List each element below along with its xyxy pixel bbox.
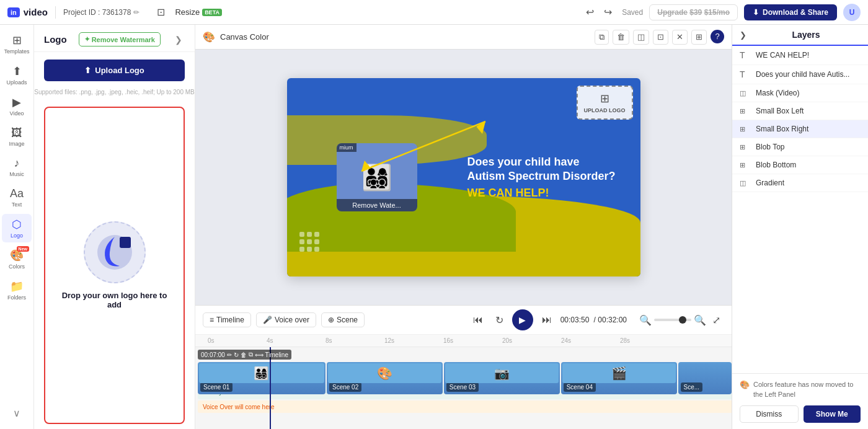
voiceover-button[interactable]: 🎤 Voice over (256, 312, 316, 327)
timeline-button[interactable]: ≡ Timeline (203, 312, 251, 327)
sidebar-expand-button[interactable]: ∨ (8, 402, 25, 424)
delete-button[interactable]: 🗑 (613, 30, 629, 45)
delete-ts-icon[interactable]: 🗑 (241, 352, 247, 358)
logo-panel: Logo ✦ Remove Watermark ❯ ⬆ Upload Logo … (34, 25, 195, 429)
layer-item-blob-bottom[interactable]: ⊞ Blob Bottom (732, 156, 868, 174)
palette-icon: 🎨 (740, 380, 750, 389)
show-me-button[interactable]: Show Me (804, 405, 861, 423)
ruler-4s: 4s (267, 337, 273, 344)
trash-button[interactable]: ✕ (672, 30, 688, 45)
drop-text: Drop your own logo here to add (58, 291, 171, 309)
panel-collapse-button[interactable]: ❯ (172, 33, 185, 46)
sidebar-label-folders: Folders (7, 294, 26, 301)
brand-logo: in video (7, 7, 48, 17)
timeline-area: ≡ Timeline 🎤 Voice over ⊕ Scene ⏮ ↻ ▶ ⏭ (195, 305, 732, 429)
skip-back-button[interactable]: ⏮ (469, 312, 487, 328)
text-layer-icon-1: T (740, 50, 751, 60)
sidebar-label-text: Text (12, 201, 22, 208)
canvas-video-box: 👨‍👩‍👧‍👦 mium Remove Wate... (337, 143, 417, 211)
new-badge: New (17, 246, 29, 252)
edit-ts-icon[interactable]: ✏ (227, 352, 232, 358)
logo-drop-zone[interactable]: Drop your own logo here to add (44, 107, 185, 424)
svg-rect-1 (120, 237, 131, 248)
canvas-text-block: Does your child haveAutism Spectrum Diso… (467, 155, 615, 200)
saved-status: Saved (622, 8, 643, 17)
copy-ts-icon[interactable]: ⧉ (249, 351, 253, 358)
sidebar-label-uploads: Uploads (6, 79, 27, 86)
scene-button[interactable]: ⊕ Scene (321, 312, 365, 327)
layer-item-blob-top[interactable]: ⊞ Blob Top (732, 138, 868, 156)
download-button[interactable]: ⬇ Download & Share (744, 4, 837, 20)
layers-footer: 🎨 Colors feature has now moved to the Le… (732, 373, 868, 429)
scene-label-03: Scene 03 (446, 383, 479, 392)
crop-button[interactable]: ⊡ (653, 30, 668, 45)
upload-logo-button[interactable]: ⬆ Upload Logo (44, 60, 185, 81)
info-button[interactable]: ? (711, 30, 724, 43)
user-avatar[interactable]: U (843, 4, 861, 21)
text-layer-icon-2: T (740, 69, 751, 79)
logo-icon: ⬡ (12, 218, 22, 231)
scene-label-02: Scene 02 (329, 383, 361, 392)
layer-name-7: Blob Bottom (756, 161, 861, 169)
scene-clip-05[interactable]: Sce... (678, 362, 732, 394)
grid-button[interactable]: ⊞ (691, 30, 707, 45)
canvas-color-label: Canvas Color (220, 32, 269, 42)
resize-button[interactable]: Resize BETA (170, 5, 227, 19)
ruler-8s: 8s (326, 337, 332, 344)
project-id: Project ID : 7361378 ✏ (63, 8, 140, 17)
expand-timeline-button[interactable]: ⤢ (709, 312, 724, 329)
loop-button[interactable]: ↻ (492, 312, 507, 329)
play-button[interactable]: ▶ (512, 309, 533, 330)
undo-button[interactable]: ↩ (582, 4, 598, 20)
supported-files-text: Supported files: .png, .jpg, .jpeg, .hei… (34, 89, 195, 95)
scene-thumb-icon-02: 🎨 (377, 366, 392, 381)
layer-item-does-child[interactable]: T Does your child have Autis... (732, 65, 868, 84)
voice-track: Voice Over will come here (198, 400, 732, 413)
scene-label-01: Scene 01 (200, 383, 232, 392)
lock-button[interactable]: ◫ (633, 30, 649, 45)
sidebar-item-text[interactable]: Aa Text (2, 184, 32, 211)
sidebar-item-templates[interactable]: ⊞ Templates (2, 30, 32, 58)
sidebar-item-colors[interactable]: New 🎨 Colors (2, 245, 32, 273)
layer-item-small-box-right[interactable]: ⊞ Small Box Right (732, 120, 868, 138)
sidebar-item-uploads[interactable]: ⬆ Uploads (2, 61, 32, 89)
layer-item-gradient[interactable]: ◫ Gradient (732, 174, 868, 192)
skip-forward-button[interactable]: ⏭ (538, 312, 556, 328)
edit-project-icon[interactable]: ✏ (133, 8, 140, 17)
scene-clip-02[interactable]: 🎨 Scene 02 (327, 362, 443, 394)
scene-clip-thumb-02: 🎨 (328, 363, 441, 383)
layer-item-mask-video[interactable]: ◫ Mask (Video) (732, 84, 868, 102)
sidebar-item-folders[interactable]: 📁 Folders (2, 276, 32, 304)
voice-label: Voice Over will come here (203, 404, 275, 410)
ruler-16s: 16s (443, 337, 453, 344)
sidebar-item-logo[interactable]: ⬡ Logo (2, 214, 32, 242)
scene-timestamp: 00:07:00 ✏ ↻ 🗑 ⧉ ⟺ Timeline (198, 350, 291, 360)
upload-logo-canvas-icon: ⊞ (584, 92, 626, 105)
canvas-actions: ⧉ 🗑 ◫ ⊡ ✕ ⊞ ? (595, 30, 724, 45)
layer-item-we-can-help[interactable]: T WE CAN HELP! (732, 46, 868, 65)
upgrade-button[interactable]: Upgrade $39 $15/mo (649, 4, 738, 20)
copy-button[interactable]: ⧉ (595, 30, 609, 45)
redo-button[interactable]: ↪ (600, 4, 616, 20)
panel-header: Logo ✦ Remove Watermark ❯ (34, 25, 195, 52)
sidebar-label-templates: Templates (4, 48, 29, 55)
layers-toggle-button[interactable]: ❯ (740, 30, 746, 40)
sidebar-item-video[interactable]: ▶ Video (2, 92, 32, 120)
scene-clip-04[interactable]: 🎬 Scene 04 (561, 362, 677, 394)
sidebar-item-image[interactable]: 🖼 Image (2, 123, 32, 151)
ruler-20s: 20s (502, 337, 512, 344)
dismiss-button[interactable]: Dismiss (740, 405, 799, 423)
zoom-out-icon[interactable]: 🔍 (639, 314, 652, 326)
video-placeholder: 👨‍👩‍👧‍👦 (361, 163, 392, 192)
zoom-in-icon[interactable]: 🔍 (694, 314, 706, 326)
layer-item-small-box-left[interactable]: ⊞ Small Box Left (732, 102, 868, 120)
voiceover-icon: 🎤 (263, 316, 272, 324)
colors-notice-text: Colors feature has now moved to the Left… (753, 380, 861, 399)
sidebar-item-music[interactable]: ♪ Music (2, 153, 32, 181)
scene-clip-03[interactable]: 📷 Scene 03 (444, 362, 560, 394)
remove-watermark-button[interactable]: ✦ Remove Watermark (79, 32, 161, 46)
loop-ts-icon[interactable]: ↻ (234, 352, 239, 358)
zoom-slider[interactable] (654, 319, 691, 321)
scene-clip-01[interactable]: 👨‍👩‍👧‍👦 Scene 01 (198, 362, 326, 394)
ruler-12s: 12s (384, 337, 394, 344)
